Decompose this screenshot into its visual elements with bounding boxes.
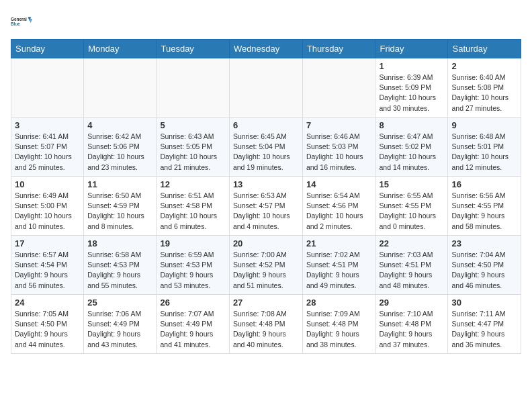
day-info: Sunrise: 7:08 AM Sunset: 4:48 PM Dayligh… xyxy=(233,309,299,350)
calendar-cell: 3Sunrise: 6:41 AM Sunset: 5:07 PM Daylig… xyxy=(11,118,84,177)
col-header-tuesday: Tuesday xyxy=(157,40,229,58)
calendar-cell: 6Sunrise: 6:45 AM Sunset: 5:04 PM Daylig… xyxy=(229,118,302,177)
day-number: 20 xyxy=(233,238,299,248)
calendar-cell: 8Sunrise: 6:47 AM Sunset: 5:02 PM Daylig… xyxy=(375,118,448,177)
day-number: 15 xyxy=(379,179,444,189)
svg-text:General: General xyxy=(11,17,27,21)
day-info: Sunrise: 6:57 AM Sunset: 4:54 PM Dayligh… xyxy=(15,250,80,291)
calendar-week-row: 3Sunrise: 6:41 AM Sunset: 5:07 PM Daylig… xyxy=(11,118,521,177)
day-info: Sunrise: 6:56 AM Sunset: 4:55 PM Dayligh… xyxy=(451,191,517,232)
calendar-table: SundayMondayTuesdayWednesdayThursdayFrid… xyxy=(11,39,521,354)
day-info: Sunrise: 7:11 AM Sunset: 4:47 PM Dayligh… xyxy=(451,309,517,350)
day-info: Sunrise: 6:48 AM Sunset: 5:01 PM Dayligh… xyxy=(451,132,517,173)
col-header-saturday: Saturday xyxy=(448,40,521,58)
col-header-thursday: Thursday xyxy=(302,40,375,58)
calendar-week-row: 17Sunrise: 6:57 AM Sunset: 4:54 PM Dayli… xyxy=(11,236,521,295)
calendar-week-row: 24Sunrise: 7:05 AM Sunset: 4:50 PM Dayli… xyxy=(11,295,521,354)
calendar-cell: 17Sunrise: 6:57 AM Sunset: 4:54 PM Dayli… xyxy=(11,236,84,295)
day-number: 6 xyxy=(233,120,299,130)
day-number: 24 xyxy=(15,298,80,308)
svg-marker-3 xyxy=(29,19,32,23)
day-number: 3 xyxy=(15,120,80,130)
day-number: 16 xyxy=(451,179,517,189)
day-info: Sunrise: 6:40 AM Sunset: 5:08 PM Dayligh… xyxy=(451,73,517,113)
calendar-cell: 11Sunrise: 6:50 AM Sunset: 4:59 PM Dayli… xyxy=(84,177,157,236)
logo: GeneralBlue xyxy=(11,11,32,32)
logo-icon: GeneralBlue xyxy=(11,11,32,32)
calendar-cell: 9Sunrise: 6:48 AM Sunset: 5:01 PM Daylig… xyxy=(448,118,521,177)
calendar-cell: 1Sunrise: 6:39 AM Sunset: 5:09 PM Daylig… xyxy=(375,58,448,118)
calendar-cell xyxy=(11,58,84,118)
calendar-cell: 7Sunrise: 6:46 AM Sunset: 5:03 PM Daylig… xyxy=(302,118,375,177)
day-number: 5 xyxy=(160,120,225,130)
page-header: GeneralBlue xyxy=(11,11,521,32)
day-info: Sunrise: 6:53 AM Sunset: 4:57 PM Dayligh… xyxy=(233,191,299,232)
day-info: Sunrise: 6:47 AM Sunset: 5:02 PM Dayligh… xyxy=(379,132,444,173)
calendar-cell: 28Sunrise: 7:09 AM Sunset: 4:48 PM Dayli… xyxy=(302,295,375,354)
day-info: Sunrise: 7:10 AM Sunset: 4:48 PM Dayligh… xyxy=(379,309,444,350)
day-number: 27 xyxy=(233,298,299,308)
day-info: Sunrise: 6:54 AM Sunset: 4:56 PM Dayligh… xyxy=(306,191,372,232)
calendar-cell: 15Sunrise: 6:55 AM Sunset: 4:55 PM Dayli… xyxy=(375,177,448,236)
day-info: Sunrise: 6:55 AM Sunset: 4:55 PM Dayligh… xyxy=(379,191,444,232)
calendar-cell xyxy=(302,58,375,118)
day-info: Sunrise: 7:05 AM Sunset: 4:50 PM Dayligh… xyxy=(15,309,80,350)
day-info: Sunrise: 6:41 AM Sunset: 5:07 PM Dayligh… xyxy=(15,132,80,173)
day-number: 25 xyxy=(87,298,152,308)
day-info: Sunrise: 7:07 AM Sunset: 4:49 PM Dayligh… xyxy=(160,309,225,350)
day-number: 10 xyxy=(15,179,80,189)
col-header-monday: Monday xyxy=(84,40,157,58)
day-number: 8 xyxy=(379,120,444,130)
day-info: Sunrise: 7:06 AM Sunset: 4:49 PM Dayligh… xyxy=(87,309,152,350)
day-number: 14 xyxy=(306,179,372,189)
calendar-week-row: 10Sunrise: 6:49 AM Sunset: 5:00 PM Dayli… xyxy=(11,177,521,236)
calendar-cell: 26Sunrise: 7:07 AM Sunset: 4:49 PM Dayli… xyxy=(157,295,229,354)
day-info: Sunrise: 7:03 AM Sunset: 4:51 PM Dayligh… xyxy=(379,250,444,291)
svg-text:Blue: Blue xyxy=(11,21,20,26)
calendar-cell: 22Sunrise: 7:03 AM Sunset: 4:51 PM Dayli… xyxy=(375,236,448,295)
day-number: 29 xyxy=(379,298,444,308)
calendar-cell xyxy=(229,58,302,118)
day-info: Sunrise: 7:02 AM Sunset: 4:51 PM Dayligh… xyxy=(306,250,372,291)
calendar-cell: 30Sunrise: 7:11 AM Sunset: 4:47 PM Dayli… xyxy=(448,295,521,354)
day-info: Sunrise: 6:42 AM Sunset: 5:06 PM Dayligh… xyxy=(87,132,152,173)
calendar-cell: 5Sunrise: 6:43 AM Sunset: 5:05 PM Daylig… xyxy=(157,118,229,177)
col-header-wednesday: Wednesday xyxy=(229,40,302,58)
day-number: 30 xyxy=(451,298,517,308)
day-info: Sunrise: 7:00 AM Sunset: 4:52 PM Dayligh… xyxy=(233,250,299,291)
day-number: 26 xyxy=(160,298,225,308)
calendar-cell: 14Sunrise: 6:54 AM Sunset: 4:56 PM Dayli… xyxy=(302,177,375,236)
day-number: 12 xyxy=(160,179,225,189)
day-info: Sunrise: 6:50 AM Sunset: 4:59 PM Dayligh… xyxy=(87,191,152,232)
calendar-cell: 29Sunrise: 7:10 AM Sunset: 4:48 PM Dayli… xyxy=(375,295,448,354)
day-info: Sunrise: 6:39 AM Sunset: 5:09 PM Dayligh… xyxy=(379,73,444,113)
day-info: Sunrise: 6:58 AM Sunset: 4:53 PM Dayligh… xyxy=(87,250,152,291)
calendar-cell: 25Sunrise: 7:06 AM Sunset: 4:49 PM Dayli… xyxy=(84,295,157,354)
calendar-cell xyxy=(84,58,157,118)
calendar-cell: 16Sunrise: 6:56 AM Sunset: 4:55 PM Dayli… xyxy=(448,177,521,236)
day-info: Sunrise: 7:04 AM Sunset: 4:50 PM Dayligh… xyxy=(451,250,517,291)
calendar-cell: 13Sunrise: 6:53 AM Sunset: 4:57 PM Dayli… xyxy=(229,177,302,236)
day-number: 9 xyxy=(451,120,517,130)
calendar-cell: 20Sunrise: 7:00 AM Sunset: 4:52 PM Dayli… xyxy=(229,236,302,295)
col-header-sunday: Sunday xyxy=(11,40,84,58)
calendar-header-row: SundayMondayTuesdayWednesdayThursdayFrid… xyxy=(11,40,521,58)
day-number: 11 xyxy=(87,179,152,189)
day-number: 19 xyxy=(160,238,225,248)
day-info: Sunrise: 6:46 AM Sunset: 5:03 PM Dayligh… xyxy=(306,132,372,173)
day-info: Sunrise: 6:59 AM Sunset: 4:53 PM Dayligh… xyxy=(160,250,225,291)
day-number: 21 xyxy=(306,238,372,248)
day-info: Sunrise: 6:43 AM Sunset: 5:05 PM Dayligh… xyxy=(160,132,225,173)
calendar-cell: 27Sunrise: 7:08 AM Sunset: 4:48 PM Dayli… xyxy=(229,295,302,354)
calendar-cell: 21Sunrise: 7:02 AM Sunset: 4:51 PM Dayli… xyxy=(302,236,375,295)
calendar-cell: 24Sunrise: 7:05 AM Sunset: 4:50 PM Dayli… xyxy=(11,295,84,354)
day-number: 4 xyxy=(87,120,152,130)
day-info: Sunrise: 6:49 AM Sunset: 5:00 PM Dayligh… xyxy=(15,191,80,232)
calendar-cell: 10Sunrise: 6:49 AM Sunset: 5:00 PM Dayli… xyxy=(11,177,84,236)
day-number: 17 xyxy=(15,238,80,248)
calendar-cell: 18Sunrise: 6:58 AM Sunset: 4:53 PM Dayli… xyxy=(84,236,157,295)
day-number: 23 xyxy=(451,238,517,248)
calendar-cell: 23Sunrise: 7:04 AM Sunset: 4:50 PM Dayli… xyxy=(448,236,521,295)
day-number: 18 xyxy=(87,238,152,248)
day-number: 28 xyxy=(306,298,372,308)
